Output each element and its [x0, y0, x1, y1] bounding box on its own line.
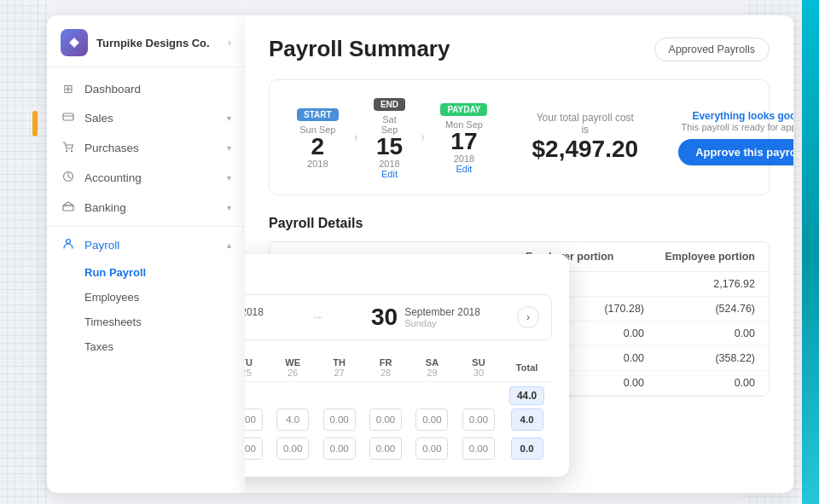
chevron-down-icon: ▾	[227, 173, 231, 182]
sidebar-header[interactable]: Turnpike Designs Co. ›	[47, 15, 245, 67]
ts-cell-sa[interactable]	[409, 405, 455, 434]
sidebar-item-accounting[interactable]: Accounting ▾	[47, 163, 245, 193]
sidebar-sub-timesheets[interactable]: Timesheets	[47, 310, 245, 334]
start-year: 2018	[297, 159, 339, 169]
week-end-month: September 2018	[404, 306, 480, 318]
ts-vac-total	[502, 434, 552, 463]
payday-day: 17	[440, 130, 487, 154]
overtime-su-input[interactable]	[462, 408, 495, 431]
overtime-tu-input[interactable]	[245, 408, 263, 431]
approve-sub-label: This payroll is ready for approval	[672, 122, 793, 132]
end-label: End	[374, 98, 405, 111]
payroll-icon	[61, 238, 76, 252]
approve-payroll-button[interactable]: Approve this payroll	[678, 139, 793, 165]
svg-point-3	[71, 150, 73, 152]
employee-empty-cells	[245, 382, 502, 406]
employee-col-header: Employee portion	[665, 251, 755, 263]
sidebar-item-payroll[interactable]: Payroll ▴	[47, 230, 245, 260]
vacation-sa-input[interactable]	[415, 437, 448, 460]
ts-cell-tu[interactable]	[245, 405, 270, 434]
col-tu-header: TU 25	[245, 354, 270, 382]
start-date-card: Start Sun Sep 2 2018	[287, 102, 349, 172]
start-day: 2	[297, 135, 339, 159]
employee-val: (524.76)	[687, 303, 755, 315]
svg-point-0	[72, 40, 77, 45]
total-cost-label: Your total payroll cost is	[531, 112, 638, 136]
vacation-total-input[interactable]	[511, 437, 543, 460]
sidebar-sub-taxes[interactable]: Taxes	[47, 334, 245, 359]
payroll-summary-card: Start Sun Sep 2 2018 › End Sat Sep 15 20…	[269, 79, 770, 195]
ts-vac-fr[interactable]	[363, 434, 409, 463]
approve-section: Everything looks good! This payroll is r…	[672, 110, 793, 165]
end-date-card: End Sat Sep 15 2018 Edit	[363, 92, 415, 182]
sidebar-item-dashboard[interactable]: ⊞ Dashboard	[47, 74, 245, 103]
payday-date-card: Payday Mon Sep 17 2018 Edit	[430, 97, 497, 177]
end-edit-link[interactable]: Edit	[374, 169, 405, 179]
col-su-header: SU 30	[456, 354, 502, 382]
week-start-dow: Monday	[245, 318, 264, 328]
vacation-su-input[interactable]	[462, 437, 495, 460]
sub-item-label: Employees	[84, 291, 139, 304]
employee-val: 0.00	[687, 377, 755, 389]
ts-cell-su[interactable]	[456, 405, 502, 434]
overtime-we-input[interactable]	[276, 408, 309, 431]
overtime-fr-input[interactable]	[369, 408, 402, 431]
vacation-we-input[interactable]	[276, 437, 309, 460]
week-end-info: 30 September 2018 Sunday	[371, 304, 480, 331]
vacation-th-input[interactable]	[323, 437, 356, 460]
svg-rect-1	[63, 113, 73, 120]
sidebar-item-label: Banking	[84, 201, 126, 214]
chevron-down-icon: ▾	[227, 113, 231, 123]
approved-payrolls-button[interactable]: Approved Payrolls	[654, 38, 770, 61]
arrow-icon: ›	[349, 130, 363, 145]
ts-cell-th[interactable]	[316, 405, 362, 434]
employer-val: 0.00	[576, 352, 644, 364]
company-logo	[61, 29, 88, 56]
svg-point-6	[67, 240, 71, 244]
end-year: 2018	[374, 159, 405, 169]
employee-val: (358.22)	[687, 352, 755, 364]
col-fr-header: FR 28	[363, 354, 409, 382]
sidebar-item-banking[interactable]: Banking ▾	[47, 193, 245, 223]
col-we-header: WE 26	[270, 354, 316, 382]
sub-item-label: Taxes	[84, 340, 113, 353]
payday-edit-link[interactable]: Edit	[440, 164, 487, 174]
row-values: 0.00 0.00	[576, 327, 755, 339]
bg-teal-stripe	[802, 0, 819, 504]
vacation-fr-input[interactable]	[369, 437, 402, 460]
overtime-total-input[interactable]	[511, 408, 543, 431]
week-start-month: September 2018	[245, 306, 264, 318]
vacation-tu-input[interactable]	[245, 437, 263, 460]
bg-pattern-left	[0, 0, 47, 504]
timesheet-table: Employee MO 24 TU 25 WE 26	[245, 354, 552, 463]
ts-cell-fr[interactable]	[363, 405, 409, 434]
ts-vac-tu[interactable]	[245, 434, 270, 463]
accounting-icon	[61, 171, 76, 185]
week-arrow-icon: →	[300, 310, 334, 325]
overtime-sa-input[interactable]	[415, 408, 448, 431]
row-values: 0.00 0.00	[576, 377, 755, 389]
timesheet-title: Enter daily hours for the week:	[245, 269, 552, 282]
ts-vac-su[interactable]	[456, 434, 502, 463]
sidebar-item-purchases[interactable]: Purchases ▾	[47, 133, 245, 163]
sidebar-sub-employees[interactable]: Employees	[47, 285, 245, 310]
ts-vac-th[interactable]	[316, 434, 362, 463]
page-header: Payroll Summary Approved Payrolls	[269, 36, 770, 62]
sidebar-item-label: Purchases	[84, 142, 139, 154]
approve-good-label: Everything looks good!	[672, 110, 793, 122]
ts-vac-sa[interactable]	[409, 434, 455, 463]
end-day: 15	[374, 135, 405, 159]
ts-vac-we[interactable]	[270, 434, 316, 463]
end-day-of-week: Sat Sep	[374, 114, 405, 135]
ts-cell-we[interactable]	[270, 405, 316, 434]
svg-rect-5	[63, 206, 73, 211]
col-sa-header: SA 29	[409, 354, 455, 382]
ts-total-cell	[502, 405, 552, 434]
sidebar-item-sales[interactable]: Sales ▾	[47, 103, 245, 133]
arrow-icon-2: ›	[415, 130, 430, 145]
row-values: 2,176.92	[576, 278, 755, 290]
overtime-th-input[interactable]	[323, 408, 356, 431]
employee-total-cell: 44.0	[502, 382, 552, 406]
sidebar-sub-run-payroll[interactable]: Run Payroll	[47, 260, 245, 285]
week-next-button[interactable]: ›	[517, 306, 539, 328]
